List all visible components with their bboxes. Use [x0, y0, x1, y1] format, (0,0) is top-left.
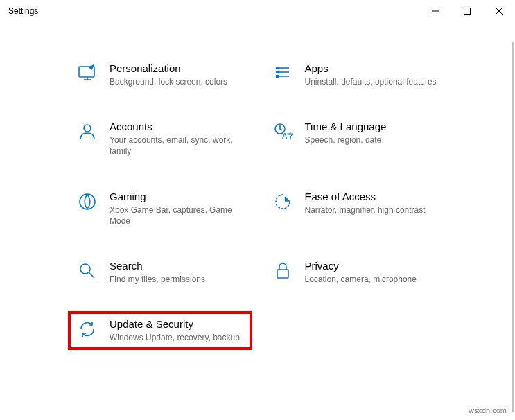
svg-rect-1	[464, 8, 471, 15]
category-update-security[interactable]: Update & Security Windows Update, recove…	[69, 313, 251, 349]
svg-point-17	[80, 264, 90, 274]
update-security-icon	[76, 318, 98, 340]
category-title: Accounts	[110, 121, 244, 132]
category-title: Time & Language	[305, 121, 439, 132]
svg-point-16	[80, 194, 95, 209]
gaming-icon	[76, 191, 98, 213]
close-icon	[496, 8, 503, 15]
category-subtitle: Location, camera, microphone	[305, 274, 439, 285]
category-title: Privacy	[305, 260, 439, 272]
category-title: Apps	[305, 62, 439, 74]
category-ease-of-access[interactable]: Ease of Access Narrator, magnifier, high…	[265, 185, 446, 232]
category-subtitle: Windows Update, recovery, backup	[110, 332, 244, 343]
search-icon	[76, 260, 98, 282]
window-title: Settings	[8, 6, 419, 16]
category-title: Gaming	[110, 191, 244, 202]
scrollbar-thumb[interactable]	[512, 42, 514, 412]
titlebar: Settings	[0, 0, 515, 22]
category-subtitle: Speech, region, date	[305, 134, 439, 146]
category-gaming[interactable]: Gaming Xbox Game Bar, captures, Game Mod…	[69, 185, 251, 232]
svg-line-18	[89, 272, 94, 278]
ease-of-access-icon	[272, 191, 294, 213]
category-subtitle: Your accounts, email, sync, work, family	[110, 134, 244, 157]
minimize-button[interactable]	[419, 0, 451, 22]
personalization-icon	[76, 62, 98, 85]
svg-text:A字: A字	[282, 132, 293, 140]
category-subtitle: Narrator, magnifier, high contrast	[305, 204, 439, 216]
maximize-button[interactable]	[451, 0, 483, 22]
category-text: Personalization Background, lock screen,…	[110, 62, 244, 87]
category-text: Ease of Access Narrator, magnifier, high…	[305, 191, 439, 216]
category-apps[interactable]: Apps Uninstall, defaults, optional featu…	[265, 57, 446, 93]
category-title: Update & Security	[110, 318, 244, 330]
category-subtitle: Xbox Game Bar, captures, Game Mode	[110, 204, 244, 227]
category-title: Search	[110, 260, 244, 272]
category-personalization[interactable]: Personalization Background, lock screen,…	[69, 57, 251, 93]
settings-categories: Personalization Background, lock screen,…	[0, 22, 515, 349]
category-text: Apps Uninstall, defaults, optional featu…	[305, 62, 439, 87]
category-text: Gaming Xbox Game Bar, captures, Game Mod…	[110, 191, 244, 227]
accounts-icon	[76, 121, 98, 143]
category-search[interactable]: Search Find my files, permissions	[69, 254, 251, 290]
svg-rect-11	[276, 71, 279, 73]
window-controls	[419, 0, 515, 22]
category-accounts[interactable]: Accounts Your accounts, email, sync, wor…	[69, 115, 251, 162]
category-text: Accounts Your accounts, email, sync, wor…	[110, 121, 244, 157]
category-subtitle: Uninstall, defaults, optional features	[305, 76, 439, 87]
category-title: Personalization	[110, 62, 244, 74]
svg-point-13	[84, 125, 91, 132]
privacy-icon	[272, 260, 294, 282]
vertical-scrollbar[interactable]	[509, 42, 515, 412]
svg-rect-10	[276, 67, 279, 69]
category-title: Ease of Access	[305, 191, 439, 202]
close-button[interactable]	[483, 0, 515, 22]
apps-icon	[272, 62, 294, 85]
minimize-icon	[432, 8, 439, 15]
svg-rect-12	[276, 75, 279, 78]
category-time-language[interactable]: A字 Time & Language Speech, region, date	[265, 115, 446, 162]
category-text: Privacy Location, camera, microphone	[305, 260, 439, 285]
watermark: wsxdn.com	[469, 406, 507, 414]
maximize-icon	[464, 8, 471, 15]
category-text: Time & Language Speech, region, date	[305, 121, 439, 146]
category-privacy[interactable]: Privacy Location, camera, microphone	[265, 254, 446, 290]
time-language-icon: A字	[272, 121, 294, 143]
svg-rect-19	[277, 270, 288, 278]
category-subtitle: Find my files, permissions	[110, 274, 244, 285]
category-subtitle: Background, lock screen, colors	[110, 76, 244, 87]
category-text: Update & Security Windows Update, recove…	[110, 318, 244, 343]
category-text: Search Find my files, permissions	[110, 260, 244, 285]
